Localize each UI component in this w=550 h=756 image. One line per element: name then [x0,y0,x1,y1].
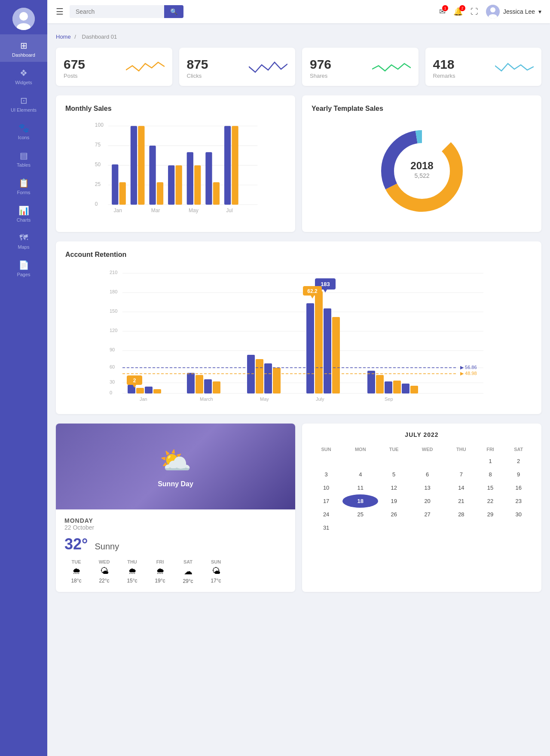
user-avatar [486,5,500,18]
calendar-day[interactable]: 3 [310,468,342,481]
user-info[interactable]: Jessica Lee ▾ [486,5,541,18]
notification-icon[interactable]: 🔔 2 [453,7,463,16]
sidebar-item-forms[interactable]: 📋 Forms [0,172,47,199]
calendar-day[interactable]: 25 [342,508,378,521]
sidebar-item-maps[interactable]: 🗺 Maps [0,227,47,254]
svg-text:180: 180 [110,289,117,294]
calendar-day[interactable]: 27 [409,508,445,521]
calendar-day[interactable]: 9 [503,468,534,481]
svg-rect-69 [306,303,314,393]
calendar-day[interactable]: 13 [409,481,445,494]
calendar-day[interactable]: 5 [378,468,409,481]
svg-text:▶ 56.86: ▶ 56.86 [460,365,477,370]
calendar-day[interactable]: 30 [503,508,534,521]
calendar-day[interactable]: 19 [378,494,409,508]
cal-header-sat: SAT [503,444,534,454]
forms-icon: 📋 [18,178,29,188]
sidebar-item-ui-elements[interactable]: ⊡ UI Elements [0,89,47,117]
svg-point-2 [19,12,28,21]
forecast-day-sun: SUN [211,559,221,564]
breadcrumb-current: Dashboard 01 [82,34,117,40]
sidebar-item-label: Tables [17,162,31,168]
sidebar-item-label: Pages [17,272,30,277]
tables-icon: ▤ [20,150,28,161]
svg-rect-20 [138,126,144,204]
svg-rect-64 [213,381,220,393]
sidebar-item-tables[interactable]: ▤ Tables [0,144,47,172]
calendar-day[interactable]: 22 [477,494,504,508]
hamburger-button[interactable]: ☰ [56,6,64,17]
sidebar-item-widgets[interactable]: ❖ Widgets [0,62,47,89]
calendar-day[interactable]: 4 [342,468,378,481]
calendar-day[interactable]: 24 [310,508,342,521]
topbar-right: ✉ 1 🔔 2 ⛶ Jessica Lee ▾ [439,5,541,18]
ui-elements-icon: ⊡ [20,95,28,106]
sidebar-item-charts[interactable]: 📊 Charts [0,199,47,227]
calendar-day[interactable]: 20 [409,494,445,508]
search-input[interactable] [70,5,164,18]
user-name: Jessica Lee [503,8,535,15]
calendar-day[interactable]: 12 [378,481,409,494]
calendar-day[interactable]: 31 [310,521,342,534]
svg-text:30: 30 [110,379,115,384]
svg-marker-85 [324,290,327,293]
weather-info: MONDAY 22 October 32° Sunny TUE 🌧 18°c W… [56,509,295,592]
breadcrumb-home[interactable]: Home [56,34,71,40]
svg-rect-63 [204,379,212,393]
calendar-day[interactable]: 21 [445,494,477,508]
svg-rect-78 [410,386,418,393]
svg-text:60: 60 [110,364,115,369]
calendar-day[interactable]: 6 [409,468,445,481]
calendar-day[interactable]: 17 [310,494,342,508]
calendar-day [445,454,477,468]
calendar-day[interactable]: 10 [310,481,342,494]
svg-rect-60 [153,389,161,393]
calendar-day[interactable]: 26 [378,508,409,521]
calendar-day[interactable]: 11 [342,481,378,494]
forecast-sun: SUN 🌤 17°c [204,559,228,584]
calendar-day[interactable]: 28 [445,508,477,521]
pages-icon: 📄 [18,260,29,270]
sidebar-item-label: Forms [17,190,30,195]
sidebar-item-label: Charts [17,217,31,223]
mail-icon[interactable]: ✉ 1 [439,7,446,16]
cal-header-wed: WED [409,444,445,454]
calendar-day[interactable]: 23 [503,494,534,508]
calendar-day[interactable]: 7 [445,468,477,481]
svg-text:2: 2 [133,378,136,384]
monthly-sales-chart: 100 75 50 25 0 [65,119,286,223]
calendar-day[interactable]: 8 [477,468,504,481]
calendar-day[interactable]: 15 [477,481,504,494]
expand-icon[interactable]: ⛶ [471,7,478,16]
svg-text:62.2: 62.2 [307,288,318,294]
calendar-day [477,521,504,534]
forecast-tue: TUE 🌧 18°c [64,559,88,584]
calendar-day [342,521,378,534]
stat-value-shares: 976 [310,57,331,72]
main-content: Home / Dashboard 01 675 Posts 875 Clicks [47,23,550,756]
svg-text:▶ 48.98: ▶ 48.98 [460,371,477,376]
calendar-day[interactable]: 1 [477,454,504,468]
stat-value-remarks: 418 [433,57,455,72]
svg-text:90: 90 [110,347,115,352]
sidebar-item-dashboard[interactable]: ⊞ Dashboard [0,34,47,62]
calendar-day[interactable]: 29 [477,508,504,521]
calendar-day[interactable]: 2 [503,454,534,468]
svg-text:75: 75 [95,142,101,148]
calendar-day[interactable]: 16 [503,481,534,494]
forecast-icon-sat: ☁ [184,566,192,576]
calendar-day[interactable]: 14 [445,481,477,494]
user-dropdown-icon[interactable]: ▾ [538,8,541,15]
stat-label-posts: Posts [64,73,85,79]
sidebar-item-pages[interactable]: 📄 Pages [0,254,47,281]
sidebar-item-icons[interactable]: 🐾 Icons [0,117,47,144]
forecast-temp-sat: 29°c [183,578,193,584]
svg-rect-66 [256,359,263,393]
search-button[interactable]: 🔍 [164,5,183,18]
svg-rect-22 [157,182,163,204]
svg-text:Jul: Jul [226,207,232,213]
sidebar-item-label: Widgets [15,80,32,85]
calendar-day[interactable]: 18 [342,494,378,508]
calendar-day [409,454,445,468]
calendar-day [378,454,409,468]
